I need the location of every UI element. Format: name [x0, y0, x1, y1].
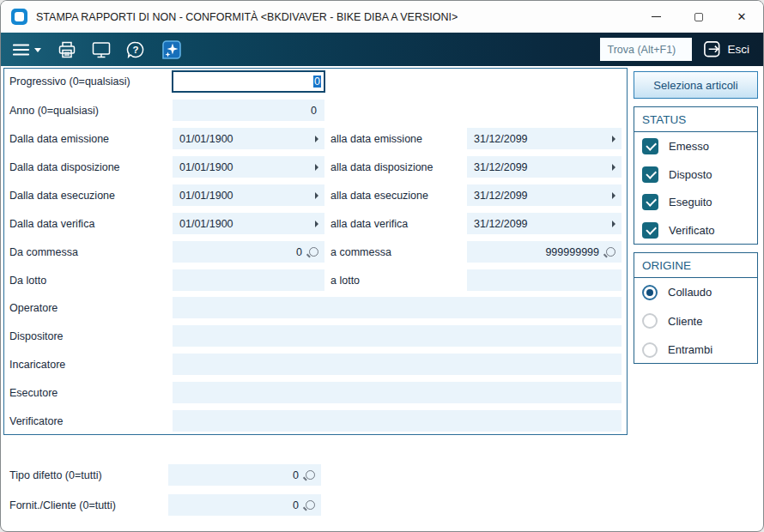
exit-label: Esci — [727, 43, 749, 56]
row-incaricatore: Incaricatore — [4, 354, 627, 375]
progressivo-input[interactable]: 0 — [172, 70, 325, 93]
from-date-verifica-input[interactable]: 01/01/1900 — [173, 213, 324, 234]
from-date-label: Dalla data verifica — [9, 218, 173, 230]
to-date-emissione-input[interactable]: 31/12/2099 — [467, 128, 622, 149]
app-window: STAMPA RAPPORTI DI NON - CONFORMITÀ <BKD… — [0, 0, 764, 532]
verificatore-label: Verificatore — [9, 415, 173, 427]
a-lotto-input[interactable] — [467, 269, 622, 291]
incaricatore-label: Incaricatore — [9, 359, 173, 371]
date-expand-icon[interactable] — [315, 221, 318, 227]
to-date-label: alla data disposizione — [324, 161, 467, 173]
row-data-emissione: Dalla data emissione 01/01/1900 alla dat… — [4, 128, 627, 149]
date-expand-icon[interactable] — [315, 136, 318, 142]
radio-unselected-icon[interactable] — [642, 313, 658, 329]
radio-selected-icon[interactable] — [642, 285, 658, 300]
to-date-label: alla data verifica — [324, 218, 467, 230]
menu-icon — [13, 43, 30, 57]
window-controls: ✕ — [634, 1, 763, 33]
dispositore-label: Dispositore — [9, 330, 173, 342]
from-date-label: Dalla data disposizione — [9, 161, 173, 173]
from-date-label: Dalla data esecuzione — [9, 190, 173, 202]
row-data-disposizione: Dalla data disposizione 01/01/1900 alla … — [4, 156, 627, 178]
from-date-label: Dalla data emissione — [9, 133, 173, 145]
search-lookup-icon[interactable] — [606, 247, 615, 257]
select-articles-button[interactable]: Seleziona articoli — [634, 71, 758, 99]
origine-option-collaudo[interactable]: Collaudo — [634, 278, 757, 307]
filters-group-box: Progressivo (0=qualsiasi) 0 Anno (0=qual… — [3, 68, 628, 435]
origine-group-box: ORIGINE Collaudo Cliente Entrambi — [634, 252, 758, 364]
from-date-disposizione-input[interactable]: 01/01/1900 — [173, 156, 324, 178]
dispositore-input[interactable] — [173, 325, 622, 347]
to-date-label: alla data emissione — [324, 133, 467, 145]
checkbox-checked-icon[interactable] — [642, 194, 658, 210]
to-date-disposizione-input[interactable]: 31/12/2099 — [467, 156, 622, 178]
row-data-esecuzione: Dalla data esecuzione 01/01/1900 alla da… — [4, 184, 627, 206]
da-lotto-input[interactable] — [173, 269, 324, 291]
date-expand-icon[interactable] — [612, 221, 615, 227]
checkbox-checked-icon[interactable] — [642, 138, 658, 154]
checkbox-checked-icon[interactable] — [642, 222, 658, 239]
assistant-button[interactable] — [160, 38, 184, 62]
from-date-esecuzione-input[interactable]: 01/01/1900 — [173, 184, 324, 206]
from-date-emissione-input[interactable]: 01/01/1900 — [173, 128, 324, 149]
da-lotto-label: Da lotto — [9, 275, 173, 287]
window-title: STAMPA RAPPORTI DI NON - CONFORMITÀ <BKD… — [36, 11, 458, 23]
status-option-emesso[interactable]: Emesso — [634, 132, 757, 160]
status-group-title: STATUS — [634, 107, 757, 132]
a-lotto-label: a lotto — [324, 275, 467, 287]
date-expand-icon[interactable] — [612, 164, 615, 171]
search-lookup-icon[interactable] — [306, 470, 315, 480]
esecutore-input[interactable] — [173, 382, 622, 403]
search-lookup-icon[interactable] — [309, 247, 318, 257]
incaricatore-input[interactable] — [173, 354, 622, 375]
search-lookup-icon[interactable] — [306, 500, 315, 510]
title-bar: STAMPA RAPPORTI DI NON - CONFORMITÀ <BKD… — [1, 1, 763, 33]
menu-button[interactable] — [13, 43, 41, 57]
row-verificatore: Verificatore — [4, 410, 627, 432]
maximize-icon — [694, 13, 703, 21]
help-button[interactable]: ? — [125, 39, 146, 60]
da-commessa-input[interactable]: 0 — [173, 241, 324, 263]
a-commessa-input[interactable]: 999999999 — [467, 241, 622, 263]
svg-text:?: ? — [132, 45, 138, 55]
chevron-down-icon — [34, 48, 41, 52]
status-option-eseguito[interactable]: Eseguito — [634, 188, 757, 216]
anno-label: Anno (0=qualsiasi) — [9, 105, 173, 117]
exit-button[interactable]: Esci — [702, 39, 749, 59]
print-button[interactable] — [57, 39, 77, 60]
minimize-button[interactable] — [634, 1, 677, 33]
operatore-input[interactable] — [173, 297, 622, 318]
origine-option-entrambi[interactable]: Entrambi — [634, 336, 757, 365]
row-tipo-difetto: Tipo difetto (0=tutti) 0 — [1, 464, 628, 486]
row-esecutore: Esecutore — [4, 382, 627, 403]
row-dispositore: Dispositore — [4, 325, 627, 347]
status-option-verificato[interactable]: Verificato — [634, 216, 757, 245]
row-commessa: Da commessa 0 a commessa 999999999 — [4, 241, 627, 263]
anno-input[interactable]: 0 — [173, 100, 324, 121]
date-expand-icon[interactable] — [315, 192, 318, 199]
operatore-label: Operatore — [9, 302, 173, 314]
close-icon: ✕ — [737, 11, 747, 22]
checkbox-checked-icon[interactable] — [642, 166, 658, 183]
to-date-verifica-input[interactable]: 31/12/2099 — [467, 213, 622, 234]
monitor-icon — [91, 39, 112, 60]
to-date-esecuzione-input[interactable]: 31/12/2099 — [467, 184, 622, 206]
status-option-disposto[interactable]: Disposto — [634, 160, 757, 189]
help-icon: ? — [125, 39, 146, 60]
verificatore-input[interactable] — [173, 410, 622, 432]
close-button[interactable]: ✕ — [720, 1, 763, 33]
radio-unselected-icon[interactable] — [642, 342, 658, 358]
find-input[interactable] — [600, 38, 692, 61]
selected-text: 0 — [313, 76, 321, 88]
date-expand-icon[interactable] — [612, 192, 615, 199]
date-expand-icon[interactable] — [612, 136, 615, 142]
maximize-button[interactable] — [677, 1, 720, 33]
origine-option-cliente[interactable]: Cliente — [634, 307, 757, 336]
fornit-cliente-label: Fornit./Cliente (0=tutti) — [1, 499, 168, 511]
to-date-label: alla data esecuzione — [324, 190, 467, 202]
exit-icon — [702, 39, 722, 59]
date-expand-icon[interactable] — [315, 164, 318, 171]
preview-button[interactable] — [91, 39, 112, 60]
tipo-difetto-input[interactable]: 0 — [168, 464, 321, 486]
fornit-cliente-input[interactable]: 0 — [168, 494, 321, 516]
